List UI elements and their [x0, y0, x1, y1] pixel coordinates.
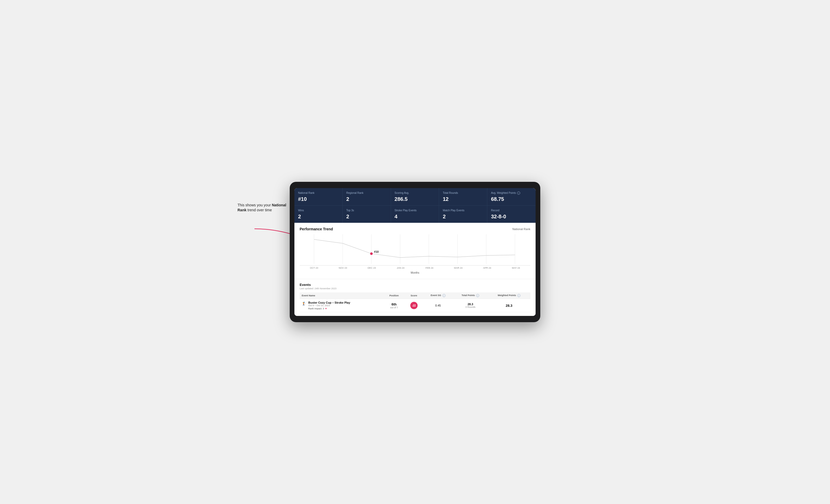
stat-avg-weighted-value: 68.75 [491, 196, 532, 202]
stat-scoring-avg-label: Scoring Avg. [395, 191, 435, 195]
info-icon-avg-weighted[interactable]: i [517, 192, 520, 195]
info-icon-weighted-points[interactable]: i [517, 294, 520, 297]
col-event-name: Event Name [300, 293, 383, 299]
event-total-points-cell: 28.3 3 Rounds [453, 299, 488, 312]
svg-text:#10: #10 [374, 250, 379, 254]
table-row: 🏌 Buster Cozy Cup – Stroke Play Oct 9 – … [300, 299, 530, 312]
performance-label: National Rank [512, 228, 530, 231]
stat-stroke-play-label: Stroke Play Events [395, 209, 435, 212]
rank-impact: Rank Impact: 3 ▼ [308, 307, 350, 310]
total-pts-main: 28.3 [455, 303, 486, 306]
stat-regional-rank: Regional Rank 2 [343, 188, 391, 205]
event-position-main: 6th [385, 302, 403, 306]
performance-section: Performance Trend National Rank [294, 223, 536, 279]
month-mar24: MAR 24 [444, 267, 473, 269]
annotation-text: This shows you your National Rank trend … [237, 203, 295, 213]
events-section: Events Last updated: 24th November 2023 … [294, 279, 536, 316]
col-weighted-points: Weighted Points i [487, 293, 530, 299]
stat-total-rounds: Total Rounds 12 [439, 188, 487, 205]
event-sg-cell: 0.45 [423, 299, 453, 312]
event-position-sub: out of 7 [385, 306, 403, 309]
performance-title: Performance Trend [300, 227, 333, 231]
event-score-cell: -22 [405, 299, 423, 312]
stat-record-label: Record [491, 209, 532, 212]
chart-months: OCT 23 NOV 23 DEC 23 JAN 24 FEB 24 MAR 2… [300, 266, 530, 270]
month-may24: MAY 24 [502, 267, 531, 269]
golf-icon: 🏌 [302, 302, 306, 306]
chart-x-axis-label: Months [300, 270, 530, 277]
svg-point-9 [370, 253, 373, 255]
stat-top3s-label: Top 3s [346, 209, 387, 212]
stat-match-play-value: 2 [443, 214, 483, 220]
total-pts-sub: 3 Rounds [455, 306, 486, 308]
col-position: Position [383, 293, 405, 299]
stat-scoring-avg-value: 286.5 [395, 196, 435, 202]
event-name-bold: Buster Cozy Cup – Stroke Play [308, 301, 350, 304]
chart-container: #10 OCT 23 NOV 23 DEC 23 JAN 24 FEB 24 M… [300, 234, 530, 277]
tablet-device: National Rank #10 Regional Rank 2 Scorin… [290, 182, 540, 322]
stat-record-value: 32-8-0 [491, 214, 532, 220]
events-last-updated: Last updated: 24th November 2023 [300, 287, 530, 290]
stat-avg-weighted: Avg. Weighted Points i 68.75 [487, 188, 536, 205]
chart-area: #10 [300, 234, 530, 266]
stat-national-rank: National Rank #10 [294, 188, 343, 205]
stat-match-play-label: Match Play Events [443, 209, 483, 212]
month-nov23: NOV 23 [329, 267, 358, 269]
month-feb24: FEB 24 [415, 267, 444, 269]
stat-stroke-play-value: 4 [395, 214, 435, 220]
chart-svg: #10 [300, 234, 530, 265]
stat-record: Record 32-8-0 [487, 206, 536, 223]
stat-wins-value: 2 [298, 214, 339, 220]
event-name-cell: 🏌 Buster Cozy Cup – Stroke Play Oct 9 – … [300, 299, 383, 312]
performance-header: Performance Trend National Rank [300, 227, 530, 231]
stat-top3s-value: 2 [346, 214, 387, 220]
col-score: Score [405, 293, 423, 299]
info-icon-total-points[interactable]: i [476, 294, 479, 297]
col-event-sg: Event SG i [423, 293, 453, 299]
col-total-points: Total Points i [453, 293, 488, 299]
stat-wins-label: Wins [298, 209, 339, 212]
stat-stroke-play: Stroke Play Events 4 [391, 206, 439, 223]
event-position-cell: 6th out of 7 [383, 299, 405, 312]
events-table: Event Name Position Score Event SG i [300, 293, 530, 312]
events-title: Events [300, 283, 530, 287]
stat-scoring-avg: Scoring Avg. 286.5 [391, 188, 439, 205]
event-details: Buster Cozy Cup – Stroke Play Oct 9 – Oc… [308, 301, 350, 310]
rank-impact-arrow: ▼ [325, 307, 327, 310]
event-weighted-pts-cell: 28.3 [487, 299, 530, 312]
month-oct23: OCT 23 [300, 267, 329, 269]
stat-top3s: Top 3s 2 [343, 206, 391, 223]
stat-match-play: Match Play Events 2 [439, 206, 487, 223]
stat-total-rounds-label: Total Rounds [443, 191, 483, 195]
stats-row-2: Wins 2 Top 3s 2 Stroke Play Events 4 Mat… [294, 206, 536, 223]
events-table-body: 🏌 Buster Cozy Cup – Stroke Play Oct 9 – … [300, 299, 530, 312]
stat-regional-rank-label: Regional Rank [346, 191, 387, 195]
stats-row-1: National Rank #10 Regional Rank 2 Scorin… [294, 188, 536, 206]
stat-wins: Wins 2 [294, 206, 343, 223]
stat-avg-weighted-label: Avg. Weighted Points i [491, 191, 532, 195]
stat-regional-rank-value: 2 [346, 196, 387, 202]
tablet-screen: National Rank #10 Regional Rank 2 Scorin… [294, 188, 536, 316]
info-icon-event-sg[interactable]: i [442, 294, 446, 297]
event-date: Oct 9 – Oct 10, 2023 [308, 304, 350, 307]
month-dec23: DEC 23 [357, 267, 386, 269]
stat-national-rank-value: #10 [298, 196, 339, 202]
month-jan24: JAN 24 [386, 267, 415, 269]
event-row-name: 🏌 Buster Cozy Cup – Stroke Play Oct 9 – … [302, 301, 381, 310]
month-apr24: APR 24 [473, 267, 502, 269]
stat-total-rounds-value: 12 [443, 196, 483, 202]
stat-national-rank-label: National Rank [298, 191, 339, 195]
events-table-header: Event Name Position Score Event SG i [300, 293, 530, 299]
event-score-badge: -22 [410, 302, 418, 309]
